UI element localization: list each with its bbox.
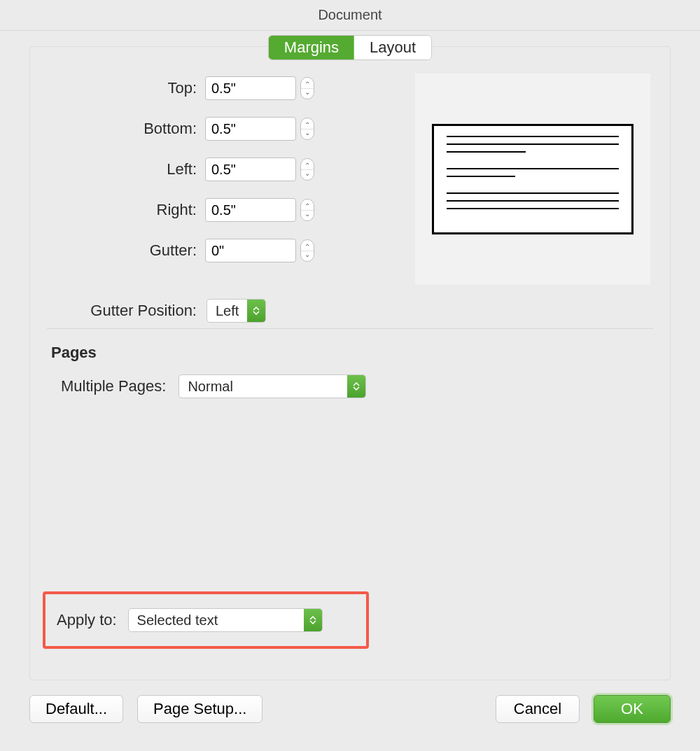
dropdown-arrows-icon: [347, 375, 365, 398]
cancel-button[interactable]: Cancel: [496, 695, 580, 723]
chevron-down-icon: ⌄: [304, 170, 310, 177]
bottom-label: Bottom:: [51, 120, 205, 138]
chevron-up-icon: ⌃: [304, 162, 310, 169]
bottom-stepper[interactable]: ⌃⌄: [300, 118, 314, 140]
multiple-pages-dropdown[interactable]: Normal: [178, 374, 366, 398]
gutter-position-label: Gutter Position:: [51, 302, 197, 320]
multiple-pages-value: Normal: [179, 375, 347, 398]
apply-to-value: Selected text: [129, 609, 304, 631]
top-stepper[interactable]: ⌃⌄: [300, 77, 314, 99]
gutter-input[interactable]: [205, 239, 296, 262]
gutter-position-value: Left: [207, 300, 247, 322]
gutter-position-dropdown[interactable]: Left: [206, 299, 266, 323]
chevron-down-icon: ⌄: [304, 89, 310, 96]
gutter-stepper[interactable]: ⌃⌄: [300, 239, 314, 262]
right-label: Right:: [51, 201, 205, 219]
pages-heading: Pages: [51, 344, 366, 362]
chevron-up-icon: ⌃: [304, 122, 310, 129]
window-title: Document: [318, 7, 382, 23]
tab-margins[interactable]: Margins: [269, 36, 354, 59]
right-input[interactable]: [205, 198, 296, 222]
apply-to-dropdown[interactable]: Selected text: [128, 608, 323, 632]
pages-section: Pages Multiple Pages: Normal: [51, 344, 366, 398]
tab-layout[interactable]: Layout: [354, 36, 431, 59]
margins-grid: Top: ⌃⌄ Bottom: ⌃⌄ Left: ⌃⌄ Right: ⌃⌄ Gu…: [51, 76, 317, 262]
top-input[interactable]: [205, 76, 296, 100]
ok-button[interactable]: OK: [594, 695, 671, 723]
chevron-down-icon: ⌄: [304, 251, 310, 258]
bottom-input[interactable]: [205, 117, 296, 141]
dropdown-arrows-icon: [304, 609, 322, 631]
apply-to-label: Apply to:: [57, 611, 117, 629]
multiple-pages-label: Multiple Pages:: [61, 377, 166, 395]
content-panel: Margins Layout Top: ⌃⌄ Bottom: ⌃⌄ Left: …: [29, 46, 671, 680]
title-bar: Document: [0, 0, 700, 31]
right-stepper[interactable]: ⌃⌄: [300, 199, 314, 221]
page-setup-button[interactable]: Page Setup...: [137, 695, 262, 723]
page-preview: [432, 124, 634, 234]
divider: [47, 328, 653, 329]
left-label: Left:: [51, 160, 205, 178]
chevron-up-icon: ⌃: [304, 203, 310, 210]
multiple-pages-row: Multiple Pages: Normal: [51, 374, 366, 398]
bottom-bar: Default... Page Setup... Cancel OK: [29, 695, 671, 723]
gutter-label: Gutter:: [51, 241, 205, 260]
chevron-up-icon: ⌃: [304, 244, 310, 251]
chevron-down-icon: ⌄: [304, 129, 310, 136]
top-label: Top:: [51, 79, 205, 97]
left-input[interactable]: [205, 157, 296, 181]
page-preview-box: [415, 73, 650, 285]
chevron-up-icon: ⌃: [304, 81, 310, 88]
left-stepper[interactable]: ⌃⌄: [300, 158, 314, 181]
apply-to-highlight: Apply to: Selected text: [43, 591, 369, 649]
tab-control: Margins Layout: [268, 35, 432, 60]
gutter-position-row: Gutter Position: Left: [51, 299, 266, 323]
dropdown-arrows-icon: [247, 300, 265, 322]
default-button[interactable]: Default...: [29, 695, 123, 723]
chevron-down-icon: ⌄: [304, 211, 310, 218]
